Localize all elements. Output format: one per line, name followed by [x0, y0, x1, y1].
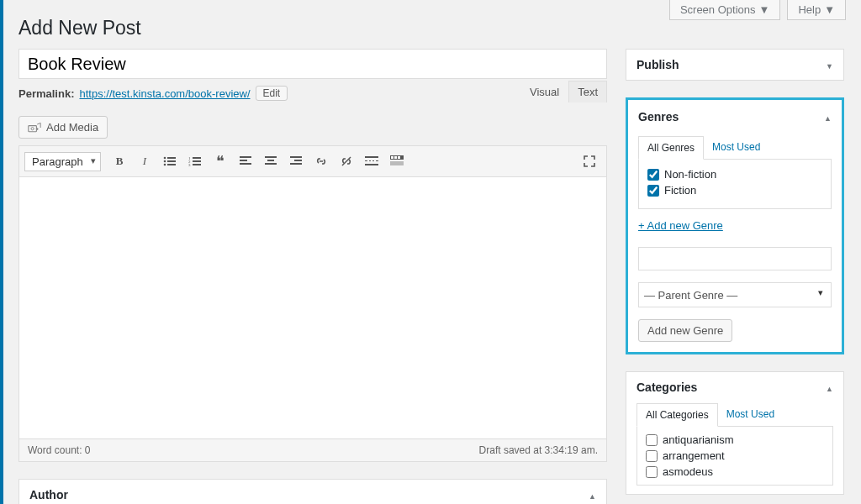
permalink-url[interactable]: https://test.kinsta.com/book-review/: [79, 87, 250, 100]
permalink-row: Permalink: https://test.kinsta.com/book-…: [18, 86, 607, 101]
svg-rect-17: [240, 163, 251, 165]
tab-all-genres[interactable]: All Genres: [638, 136, 704, 160]
svg-point-7: [164, 164, 166, 166]
svg-rect-6: [167, 160, 176, 162]
add-genre-button[interactable]: Add new Genre: [638, 319, 732, 342]
genre-checkbox[interactable]: [647, 185, 659, 197]
help-label: Help: [798, 3, 821, 16]
svg-rect-29: [374, 160, 376, 161]
tab-text[interactable]: Text: [568, 81, 607, 102]
category-item[interactable]: antiquarianism: [646, 433, 824, 446]
category-checkbox[interactable]: [646, 434, 658, 446]
svg-rect-33: [394, 156, 397, 159]
camera-music-icon: [28, 122, 41, 134]
svg-rect-15: [240, 156, 251, 158]
blockquote-button[interactable]: ❝: [209, 150, 232, 173]
add-media-label: Add Media: [46, 121, 98, 134]
svg-rect-23: [290, 163, 302, 165]
readmore-button[interactable]: [360, 150, 383, 173]
category-label: asmodeus: [663, 465, 713, 478]
new-genre-input[interactable]: [638, 247, 832, 270]
categories-list[interactable]: antiquarianism arrangement asmodeus: [637, 427, 833, 486]
add-media-button[interactable]: Add Media: [18, 116, 108, 139]
numbered-list-button[interactable]: 123: [183, 150, 207, 173]
svg-point-3: [164, 157, 166, 160]
parent-genre-select[interactable]: — Parent Genre —: [638, 282, 832, 307]
chevron-down-icon: [826, 58, 833, 71]
chevron-up-icon[interactable]: [824, 110, 832, 123]
post-title-input[interactable]: [18, 49, 607, 79]
genre-label: Fiction: [664, 184, 696, 197]
link-button[interactable]: [309, 150, 333, 173]
svg-rect-12: [193, 160, 201, 162]
category-checkbox[interactable]: [646, 466, 658, 478]
fullscreen-button[interactable]: [578, 150, 601, 173]
permalink-edit-button[interactable]: Edit: [256, 86, 288, 101]
svg-rect-16: [240, 160, 247, 161]
draft-saved-status: Draft saved at 3:34:19 am.: [479, 444, 598, 456]
page-title: Add New Post: [18, 17, 141, 39]
svg-rect-18: [265, 156, 277, 158]
admin-bar-edge: [0, 0, 3, 504]
word-count: Word count: 0: [28, 444, 90, 456]
svg-point-2: [36, 128, 39, 130]
svg-rect-10: [193, 157, 201, 159]
chevron-up-icon: [589, 488, 596, 501]
publish-title: Publish: [637, 58, 679, 71]
svg-rect-8: [167, 164, 176, 165]
chevron-down-icon: ▼: [759, 3, 770, 16]
tab-visual[interactable]: Visual: [520, 81, 568, 102]
category-item[interactable]: arrangement: [646, 449, 824, 462]
unlink-button[interactable]: [335, 150, 358, 173]
italic-button[interactable]: I: [133, 150, 156, 173]
category-item[interactable]: asmodeus: [646, 465, 824, 478]
screen-options-button[interactable]: Screen Options ▼: [669, 0, 780, 20]
svg-rect-34: [398, 156, 400, 159]
svg-rect-27: [367, 160, 369, 161]
author-title: Author: [29, 488, 68, 501]
genre-checkbox[interactable]: [647, 169, 659, 181]
genre-item[interactable]: Fiction: [647, 184, 822, 197]
editor-content[interactable]: [18, 177, 607, 439]
bullet-list-button[interactable]: [158, 150, 182, 173]
svg-text:3: 3: [188, 163, 191, 167]
svg-rect-32: [391, 156, 394, 159]
svg-rect-21: [290, 156, 302, 158]
align-right-button[interactable]: [284, 150, 308, 173]
chevron-down-icon: ▼: [824, 3, 835, 16]
help-button[interactable]: Help ▼: [787, 0, 846, 20]
svg-rect-4: [167, 157, 176, 159]
author-box-header[interactable]: Author: [19, 480, 606, 504]
align-left-button[interactable]: [234, 150, 257, 173]
svg-point-5: [164, 160, 166, 163]
svg-rect-20: [265, 163, 277, 165]
permalink-label: Permalink:: [18, 87, 74, 100]
tab-all-categories[interactable]: All Categories: [637, 403, 718, 427]
format-select[interactable]: Paragraph: [24, 152, 101, 171]
chevron-up-icon: [826, 381, 833, 394]
publish-box-header[interactable]: Publish: [626, 50, 843, 80]
genres-title: Genres: [638, 110, 679, 123]
bold-button[interactable]: B: [108, 150, 131, 173]
svg-rect-0: [29, 125, 37, 131]
genres-list: Non-fiction Fiction: [638, 160, 832, 209]
svg-rect-25: [365, 156, 378, 158]
genre-item[interactable]: Non-fiction: [647, 168, 822, 181]
svg-rect-22: [294, 160, 302, 161]
add-new-genre-link[interactable]: + Add new Genre: [638, 219, 723, 232]
category-label: antiquarianism: [663, 433, 734, 446]
categories-title: Categories: [637, 381, 697, 394]
category-checkbox[interactable]: [646, 450, 658, 462]
svg-rect-19: [267, 160, 274, 161]
align-center-button[interactable]: [259, 150, 283, 173]
genre-label: Non-fiction: [664, 168, 716, 181]
svg-point-1: [31, 127, 34, 129]
tab-most-used-categories[interactable]: Most Used: [718, 403, 783, 427]
toolbar-toggle-button[interactable]: [385, 150, 409, 173]
tab-most-used-genres[interactable]: Most Used: [704, 136, 769, 160]
categories-header[interactable]: Categories: [626, 372, 843, 402]
genres-metabox: Genres All Genres Most Used Non-fiction …: [626, 97, 844, 354]
svg-rect-14: [193, 164, 201, 165]
categories-metabox: Categories All Categories Most Used anti…: [626, 371, 844, 495]
svg-rect-28: [371, 160, 372, 161]
